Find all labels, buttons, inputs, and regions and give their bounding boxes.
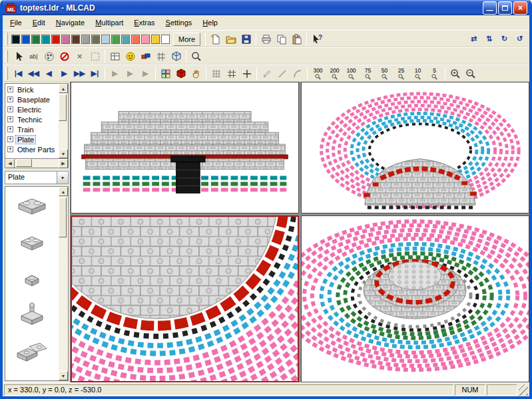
minifig-creator-button[interactable] xyxy=(123,49,138,64)
menu-item-file[interactable]: File xyxy=(5,17,27,29)
viewport-zoomed-view-canvas[interactable] xyxy=(72,217,298,381)
dropdown-button[interactable]: ▾ xyxy=(57,171,69,184)
tree-item-plate[interactable]: +Plate xyxy=(5,134,59,144)
title-bar[interactable]: ML toptest.ldr - MLCAD — × xyxy=(3,0,529,15)
zoom-in-button[interactable] xyxy=(447,66,463,81)
tree-horizontal-scrollbar[interactable]: ◀ ▶ xyxy=(5,158,68,168)
zoom-300-button[interactable]: 300 xyxy=(310,66,326,81)
tree-vertical-scrollbar[interactable]: ▲ ▼ xyxy=(59,84,68,158)
category-dropdown-value[interactable]: Plate xyxy=(5,171,57,184)
tree-item-other-parts[interactable]: +Other Parts xyxy=(5,144,59,154)
zoom-100-button[interactable]: 100 xyxy=(343,66,360,81)
tree-item-brick[interactable]: +Brick xyxy=(5,84,59,94)
copy-button[interactable] xyxy=(274,31,289,47)
part-thumbnail-plate-2x2[interactable] xyxy=(8,190,56,221)
zoom-50-button[interactable]: 50 xyxy=(376,66,393,81)
part-list-button[interactable] xyxy=(107,49,123,64)
color-swatch[interactable] xyxy=(101,35,110,44)
group-parts-button[interactable] xyxy=(138,49,153,64)
zoom-out-button[interactable] xyxy=(463,66,478,81)
step-next-button[interactable]: ▶ xyxy=(123,66,138,81)
shaded-view-button[interactable] xyxy=(173,66,188,81)
zoom-75-button[interactable]: 75 xyxy=(360,66,376,81)
tree-item-train[interactable]: +Train xyxy=(5,124,59,134)
ghost-part-button[interactable] xyxy=(87,49,103,64)
color-swatch[interactable] xyxy=(81,35,90,44)
nav-forward-button[interactable]: ▶ xyxy=(57,66,72,81)
color-swatch[interactable] xyxy=(31,35,40,44)
zoom-25-button[interactable]: 25 xyxy=(393,66,409,81)
zoom-200-button[interactable]: 200 xyxy=(326,66,343,81)
minimize-button[interactable]: — xyxy=(483,1,497,15)
tree-item-technic[interactable]: +Technic xyxy=(5,114,59,124)
zoom-tool-button[interactable] xyxy=(188,49,204,64)
viewport-3d-view-canvas[interactable] xyxy=(302,216,529,382)
tree-expand-icon[interactable]: + xyxy=(7,86,13,92)
grid-medium-button[interactable] xyxy=(224,66,239,81)
category-dropdown[interactable]: Plate ▾ xyxy=(5,171,69,184)
scroll-up-icon[interactable]: ▲ xyxy=(59,187,68,196)
menu-item-multipart[interactable]: Multipart xyxy=(90,17,129,29)
color-swatch[interactable] xyxy=(21,35,30,44)
menu-item-extras[interactable]: Extras xyxy=(129,17,160,29)
more-colors-button[interactable]: More xyxy=(173,33,200,46)
maximize-button[interactable] xyxy=(498,1,512,15)
tree-expand-icon[interactable]: + xyxy=(7,146,13,152)
nav-back-button[interactable]: ◀ xyxy=(41,66,57,81)
zoom-5-button[interactable]: 5 xyxy=(426,66,443,81)
menu-item-settings[interactable]: Settings xyxy=(160,17,198,29)
viewport-layout-button[interactable] xyxy=(158,66,173,81)
scrollbar-thumb[interactable] xyxy=(16,159,32,167)
scroll-right-icon[interactable]: ▶ xyxy=(59,159,68,168)
nav-first-button[interactable]: |◀ xyxy=(11,66,26,81)
scrollbar-thumb[interactable] xyxy=(59,94,67,121)
save-button[interactable] xyxy=(238,31,254,47)
draw-line-button[interactable] xyxy=(274,66,290,81)
paste-button[interactable] xyxy=(289,31,304,47)
tree-expand-icon[interactable]: + xyxy=(7,136,13,142)
rotate-ccw-button[interactable]: ↺ xyxy=(512,31,527,47)
parts-vertical-scrollbar[interactable]: ▲ ▼ xyxy=(59,187,68,380)
scroll-down-icon[interactable]: ▼ xyxy=(59,371,68,380)
select-tool-button[interactable] xyxy=(11,49,26,64)
toolbar-grip[interactable] xyxy=(5,67,8,80)
grid-fine-button[interactable] xyxy=(208,66,224,81)
nav-fast-forward-button[interactable]: ▶▶ xyxy=(72,66,87,81)
tree-expand-icon[interactable]: + xyxy=(7,116,13,122)
viewport-side-view-canvas[interactable] xyxy=(71,82,298,213)
tree-expand-icon[interactable]: + xyxy=(7,126,13,132)
toolbar-grip[interactable] xyxy=(5,50,8,63)
scroll-up-icon[interactable]: ▲ xyxy=(59,84,68,93)
zoom-10-button[interactable]: 10 xyxy=(409,66,426,81)
hide-part-button[interactable] xyxy=(57,49,72,64)
color-swatch[interactable] xyxy=(11,35,20,44)
menu-item-edit[interactable]: Edit xyxy=(27,17,51,29)
step-end-button[interactable]: ▶ xyxy=(138,66,153,81)
color-palette-button[interactable] xyxy=(41,49,57,64)
nav-fast-back-button[interactable]: ◀◀ xyxy=(26,66,41,81)
view-cube-button[interactable] xyxy=(168,49,184,64)
color-swatch[interactable] xyxy=(91,35,100,44)
new-file-button[interactable] xyxy=(208,31,223,47)
part-thumbnail-plate-1x1[interactable] xyxy=(8,263,56,294)
resize-grip[interactable] xyxy=(519,384,528,396)
tree-item-baseplate[interactable]: +Baseplate xyxy=(5,94,59,104)
snap-grid-button[interactable] xyxy=(153,49,168,64)
move-y-button[interactable]: ⇅ xyxy=(481,31,497,47)
draw-arc-button[interactable] xyxy=(290,66,305,81)
menu-item-navigate[interactable]: Navigate xyxy=(51,17,90,29)
color-swatch[interactable] xyxy=(161,35,170,44)
text-tool-button[interactable]: ab| xyxy=(26,49,41,64)
rotate-cw-button[interactable]: ↻ xyxy=(497,31,512,47)
color-swatch[interactable] xyxy=(61,35,70,44)
open-file-button[interactable] xyxy=(223,31,238,47)
tree-expand-icon[interactable]: + xyxy=(7,96,13,102)
scroll-left-icon[interactable]: ◀ xyxy=(5,159,15,168)
viewport-top-view-canvas[interactable] xyxy=(302,82,529,213)
color-swatch[interactable] xyxy=(141,35,150,44)
move-x-button[interactable]: ⇄ xyxy=(466,31,481,47)
color-swatch[interactable] xyxy=(71,35,80,44)
part-thumbnail-plate-clip[interactable] xyxy=(8,300,56,331)
step-play-button[interactable]: ▶ xyxy=(107,66,123,81)
color-swatch[interactable] xyxy=(151,35,160,44)
